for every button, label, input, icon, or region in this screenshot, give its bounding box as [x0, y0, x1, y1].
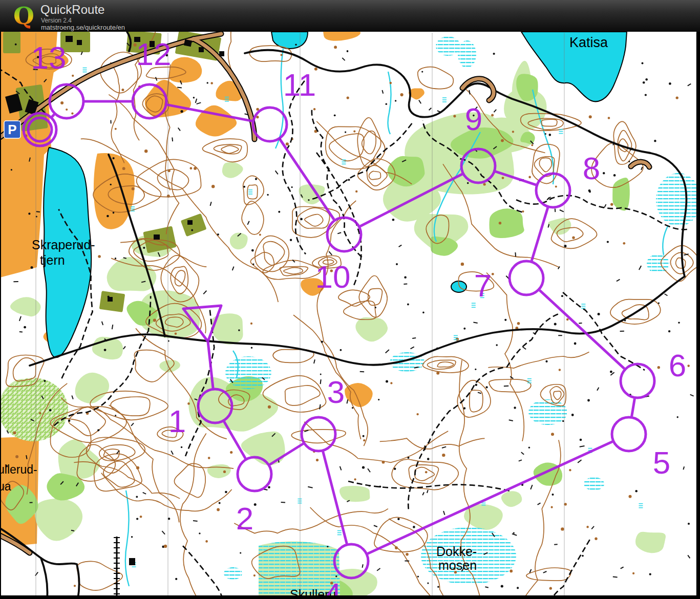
control-number: 7 — [474, 268, 492, 303]
place-label: Katisa — [569, 35, 608, 50]
control-number: 10 — [315, 259, 351, 294]
map-canvas[interactable]: KatisaSkraperud-tjernullerud-uaDokke-mos… — [0, 0, 700, 599]
app-version: Version 2.4 — [41, 17, 72, 24]
place-label: ullerud- — [0, 463, 37, 476]
parking-letter: P — [8, 122, 16, 137]
control-number: 1 — [168, 403, 186, 439]
place-label: Dokke- — [436, 544, 477, 559]
app-title: QuickRoute — [40, 3, 104, 17]
control-number: 6 — [669, 348, 686, 383]
control-number: 8 — [583, 151, 600, 186]
control-number: 13 — [31, 40, 67, 75]
place-label: ua — [0, 480, 11, 493]
place-label: mosen — [438, 558, 477, 572]
app-header: Q QuickRoute Version 2.4 matstroeng.se/q… — [0, 0, 700, 32]
place-label: Skraperud- — [32, 238, 95, 252]
quickroute-window: Q QuickRoute Version 2.4 matstroeng.se/q… — [0, 0, 700, 599]
parking-symbol-layer: P — [4, 121, 20, 138]
control-number: 5 — [653, 445, 670, 480]
control-number: 2 — [236, 501, 253, 536]
control-number: 3 — [327, 374, 345, 410]
place-label: tjern — [40, 253, 65, 267]
control-number: 9 — [465, 101, 482, 137]
app-url: matstroeng.se/quickroute/en — [41, 24, 125, 31]
control-number: 12 — [136, 36, 172, 72]
quickroute-logo-icon: Q — [13, 1, 34, 31]
control-number: 11 — [283, 67, 316, 102]
course-leg — [52, 114, 54, 117]
map-paper — [0, 32, 700, 599]
